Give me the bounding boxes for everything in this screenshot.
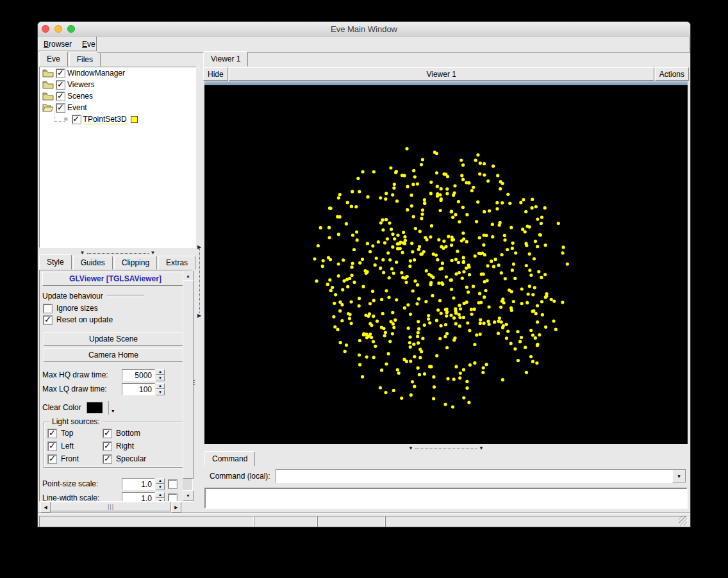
point <box>470 313 474 316</box>
marker-color-box[interactable] <box>131 116 138 123</box>
ignore-sizes-checkbox[interactable] <box>44 304 52 313</box>
checkbox[interactable] <box>56 81 65 89</box>
update-scene-button[interactable]: Update Scene <box>44 332 183 346</box>
checkbox[interactable] <box>56 92 65 101</box>
point-size-checkbox[interactable] <box>169 480 177 488</box>
point <box>509 226 513 229</box>
traffic-lights <box>42 25 75 33</box>
command-input[interactable] <box>276 470 672 483</box>
line-width-checkbox[interactable] <box>169 494 177 502</box>
hide-button[interactable]: Hide <box>203 67 228 81</box>
point <box>506 329 509 333</box>
spin-up-icon[interactable]: ▲ <box>156 478 165 484</box>
menu-browser[interactable]: Browser <box>44 40 72 49</box>
point <box>529 329 533 332</box>
spin-up-icon[interactable]: ▲ <box>156 492 165 499</box>
point <box>486 320 490 323</box>
scroll-right-icon[interactable]: ▶ <box>171 502 181 513</box>
point <box>445 275 448 278</box>
point <box>462 238 465 241</box>
tab-style[interactable]: Style <box>39 254 72 270</box>
line-width-field[interactable]: 1.0 <box>122 492 155 502</box>
point <box>387 352 390 355</box>
point <box>329 207 332 210</box>
point <box>447 235 450 238</box>
point <box>458 376 461 379</box>
light-left-checkbox[interactable] <box>48 442 56 450</box>
tab-guides[interactable]: Guides <box>73 256 113 270</box>
point <box>384 197 387 201</box>
reset-on-update-checkbox[interactable] <box>44 316 52 324</box>
main-vertical-splitter[interactable]: ▶ ▶ ☰ <box>197 53 203 513</box>
tab-extras[interactable]: Extras <box>158 256 195 270</box>
style-vertical-scrollbar[interactable]: ▲ ▼ <box>183 270 192 501</box>
combo-dropdown-button[interactable]: ▼ <box>672 470 686 483</box>
close-button[interactable] <box>42 25 49 33</box>
spin-down-icon[interactable]: ▼ <box>156 375 165 381</box>
point <box>333 326 336 329</box>
point <box>493 320 496 324</box>
tree-item-event[interactable]: Event <box>40 102 195 113</box>
point <box>328 278 331 281</box>
tab-files[interactable]: Files <box>69 53 101 67</box>
point <box>395 261 398 264</box>
point <box>451 216 454 219</box>
checkbox[interactable] <box>56 104 65 112</box>
point-size-field[interactable]: 1.0 <box>122 478 155 490</box>
scrollbar-thumb[interactable]: ||| <box>51 502 171 511</box>
clear-color-dropdown[interactable]: ▼ <box>108 401 117 415</box>
resize-grip[interactable] <box>679 516 688 525</box>
light-front-checkbox[interactable] <box>48 455 56 463</box>
scroll-left-icon[interactable]: ◀ <box>40 502 51 513</box>
command-output[interactable] <box>204 488 688 509</box>
spin-up-icon[interactable]: ▲ <box>156 369 165 376</box>
point <box>368 302 372 305</box>
tab-viewer-1[interactable]: Viewer 1 <box>203 51 248 67</box>
clear-color-swatch[interactable] <box>87 402 103 414</box>
point <box>388 258 392 261</box>
eve-list-tree[interactable]: WindowManager Viewers Scenes Event ✱ <box>39 67 196 248</box>
title-bar[interactable]: Eve Main Window <box>38 22 690 37</box>
point-size-row: Point-size scale: 1.0 ▲ ▼ <box>42 477 190 491</box>
point <box>467 401 470 404</box>
point <box>385 289 388 292</box>
menu-eve[interactable]: Eve <box>82 40 95 49</box>
max-lq-field[interactable]: 100 <box>122 383 155 395</box>
spin-down-icon[interactable]: ▼ <box>156 484 165 490</box>
style-horizontal-scrollbar[interactable]: ◀ ||| ▶ <box>40 502 181 511</box>
clear-color-row: Clear Color ▼ <box>42 400 190 415</box>
checkbox[interactable] <box>72 115 81 124</box>
gl-viewport[interactable] <box>204 85 688 444</box>
light-bottom-checkbox[interactable] <box>103 429 112 438</box>
scrollbar-thumb[interactable] <box>183 280 194 479</box>
zoom-button[interactable] <box>67 25 75 33</box>
point <box>372 356 376 359</box>
point <box>340 303 343 306</box>
spin-down-icon[interactable]: ▼ <box>156 389 165 395</box>
tab-eve[interactable]: Eve <box>39 51 68 67</box>
tab-clipping[interactable]: Clipping <box>114 256 157 270</box>
point <box>473 308 476 311</box>
spin-up-icon[interactable]: ▲ <box>156 383 165 390</box>
glviewer-button[interactable]: GLViewer [TGLSAViewer] <box>42 272 188 286</box>
camera-home-button[interactable]: Camera Home <box>44 348 183 362</box>
minimize-button[interactable] <box>54 25 62 33</box>
point <box>561 301 564 304</box>
tree-item-windowmanager[interactable]: WindowManager <box>40 67 195 79</box>
light-specular-checkbox[interactable] <box>103 455 112 463</box>
light-right-checkbox[interactable] <box>103 442 112 450</box>
tree-item-viewers[interactable]: Viewers <box>40 79 195 90</box>
viewer-horizontal-splitter[interactable]: ▼ ▼ <box>204 445 688 452</box>
light-top-checkbox[interactable] <box>48 429 56 438</box>
command-combobox[interactable]: ▼ <box>276 469 686 483</box>
point <box>380 326 383 329</box>
tab-command[interactable]: Command <box>204 451 255 467</box>
checkbox[interactable] <box>56 69 65 78</box>
tree-item-tpointset3d[interactable]: ✱ TPointSet3D <box>40 113 195 125</box>
scroll-down-icon[interactable]: ▼ <box>183 490 194 501</box>
point <box>457 261 460 264</box>
menu-group: Browser Eve <box>38 37 97 51</box>
max-hq-field[interactable]: 5000 <box>122 369 155 381</box>
tree-item-scenes[interactable]: Scenes <box>40 90 195 102</box>
actions-button[interactable]: Actions <box>655 67 689 81</box>
